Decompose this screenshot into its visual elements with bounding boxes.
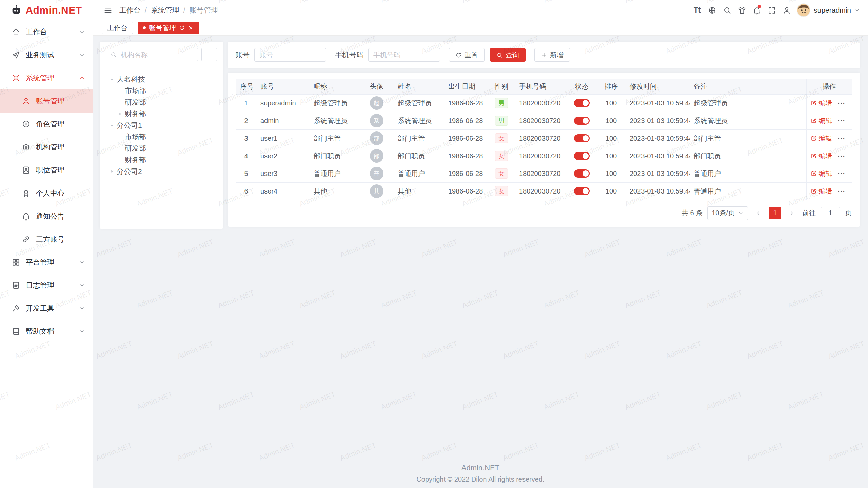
status-toggle[interactable]: [574, 152, 590, 160]
caret-down-icon[interactable]: [108, 75, 116, 83]
sidebar-item-日志管理[interactable]: 日志管理: [0, 274, 93, 297]
sidebar-subitem-个人中心[interactable]: 个人中心: [0, 182, 93, 205]
sidebar-subitem-机构管理[interactable]: 机构管理: [0, 136, 93, 159]
cell-nickname: 部门职员: [310, 147, 359, 165]
org-tree: 大名科技市场部研发部财务部分公司1市场部研发部财务部分公司2: [106, 74, 217, 177]
row-more-button[interactable]: ···: [838, 152, 846, 160]
font-size-button[interactable]: Tt: [690, 0, 705, 20]
tab-账号管理[interactable]: 账号管理: [138, 22, 199, 34]
cell-remark: 普通用户: [690, 182, 806, 200]
tree-more-button[interactable]: ···: [201, 48, 217, 61]
row-more-button[interactable]: ···: [838, 99, 846, 107]
cell-modified: 2023-01-03 10:59:44: [626, 112, 690, 129]
search-icon[interactable]: [719, 0, 734, 20]
submenu-item-label: 账号管理: [36, 96, 93, 106]
goto-label: 前往: [802, 208, 816, 218]
row-more-button[interactable]: ···: [838, 187, 846, 195]
avatar: 超: [370, 96, 383, 110]
chevron-down-icon: [79, 52, 85, 58]
user-outline-icon[interactable]: [779, 0, 794, 20]
account-input[interactable]: [254, 48, 326, 62]
app-logo[interactable]: Admin.NET: [0, 0, 93, 20]
status-toggle[interactable]: [574, 117, 590, 125]
sidebar-item-系统管理[interactable]: 系统管理: [0, 66, 93, 89]
accounts-table: 序号账号昵称头像姓名出生日期性别手机号码状态排序修改时间备注操作 1supera…: [236, 79, 852, 200]
cell-phone: 18020030720: [515, 165, 567, 182]
status-toggle[interactable]: [574, 134, 590, 142]
tree-node-研发部[interactable]: 研发部: [106, 97, 217, 108]
org-search-input[interactable]: [120, 50, 194, 59]
user-menu[interactable]: superadmin: [797, 3, 860, 17]
table-row: 1superadmin超级管理员超超级管理员1986-06-28男1802003…: [236, 94, 852, 112]
edit-button[interactable]: 编辑: [811, 116, 832, 125]
sidebar-item-工作台[interactable]: 工作台: [0, 20, 93, 43]
chevron-down-icon: [854, 7, 860, 13]
sidebar-item-平台管理[interactable]: 平台管理: [0, 251, 93, 274]
caret-right-icon[interactable]: [116, 110, 124, 118]
tab-工作台[interactable]: 工作台: [102, 22, 133, 34]
tab-close-icon[interactable]: [188, 25, 194, 31]
sidebar-subitem-通知公告[interactable]: 通知公告: [0, 205, 93, 228]
query-button[interactable]: 查询: [490, 48, 526, 62]
goto-page-input[interactable]: [821, 207, 840, 219]
theme-shirt-icon[interactable]: [734, 0, 749, 20]
breadcrumb-item[interactable]: 系统管理: [151, 5, 179, 15]
tree-node-分公司2[interactable]: 分公司2: [106, 166, 217, 177]
breadcrumb-item[interactable]: 工作台: [119, 5, 141, 15]
cell-order: 100: [597, 147, 626, 165]
tree-node-财务部[interactable]: 财务部: [106, 108, 217, 120]
row-more-button[interactable]: ···: [838, 117, 846, 124]
tree-node-财务部[interactable]: 财务部: [106, 154, 217, 166]
edit-button[interactable]: 编辑: [811, 187, 832, 196]
edit-button[interactable]: 编辑: [811, 169, 832, 178]
cell-avatar: 超: [359, 94, 394, 112]
tree-node-市场部[interactable]: 市场部: [106, 85, 217, 97]
edit-icon: [811, 153, 817, 159]
reset-button[interactable]: 重置: [449, 48, 485, 62]
edit-icon: [811, 118, 817, 124]
edit-button[interactable]: 编辑: [811, 134, 832, 143]
next-page-button[interactable]: [786, 207, 797, 219]
tree-node-分公司1[interactable]: 分公司1: [106, 120, 217, 131]
col-header-排序: 排序: [597, 79, 626, 94]
current-page[interactable]: 1: [769, 207, 781, 219]
fullscreen-icon[interactable]: [764, 0, 779, 20]
gender-badge: 女: [495, 168, 508, 179]
sidebar-item-开发工具[interactable]: 开发工具: [0, 297, 93, 320]
sidebar-subitem-职位管理[interactable]: 职位管理: [0, 159, 93, 182]
caret-down-icon[interactable]: [108, 121, 116, 129]
cell-nickname: 普通用户: [310, 165, 359, 182]
edit-button[interactable]: 编辑: [811, 151, 832, 161]
cell-remark: 超级管理员: [690, 94, 806, 112]
table-row: 2admin系统管理员系系统管理员1986-06-28男180200307201…: [236, 112, 852, 129]
status-toggle[interactable]: [574, 187, 590, 195]
cell-order: 100: [597, 165, 626, 182]
page-size-select[interactable]: 10条/页: [707, 206, 748, 220]
cell-birth: 1986-06-28: [444, 129, 488, 147]
phone-input[interactable]: [368, 48, 440, 62]
cell-index: 2: [236, 112, 256, 129]
sidebar-subitem-三方账号[interactable]: 三方账号: [0, 228, 93, 251]
row-more-button[interactable]: ···: [838, 135, 846, 142]
tree-node-研发部[interactable]: 研发部: [106, 143, 217, 154]
globe-icon[interactable]: [705, 0, 719, 20]
avatar: 其: [370, 184, 383, 198]
link-icon: [22, 235, 31, 244]
tree-node-大名科技[interactable]: 大名科技: [106, 74, 217, 85]
hamburger-icon[interactable]: [100, 0, 115, 20]
cell-gender: 女: [488, 147, 515, 165]
status-toggle[interactable]: [574, 99, 590, 107]
table-header-row: 序号账号昵称头像姓名出生日期性别手机号码状态排序修改时间备注操作: [236, 79, 852, 94]
status-toggle[interactable]: [574, 169, 590, 178]
sidebar-subitem-角色管理[interactable]: 角色管理: [0, 113, 93, 136]
add-button[interactable]: 新增: [534, 48, 570, 62]
sidebar-subitem-账号管理[interactable]: 账号管理: [0, 89, 93, 113]
notification-bell-icon[interactable]: [749, 0, 764, 20]
row-more-button[interactable]: ···: [838, 170, 846, 177]
sidebar-item-帮助文档[interactable]: 帮助文档: [0, 320, 93, 343]
caret-right-icon[interactable]: [108, 167, 116, 176]
tree-node-市场部[interactable]: 市场部: [106, 131, 217, 143]
sidebar-item-业务测试[interactable]: 业务测试: [0, 43, 93, 66]
edit-button[interactable]: 编辑: [811, 99, 832, 108]
prev-page-button[interactable]: [753, 207, 764, 219]
